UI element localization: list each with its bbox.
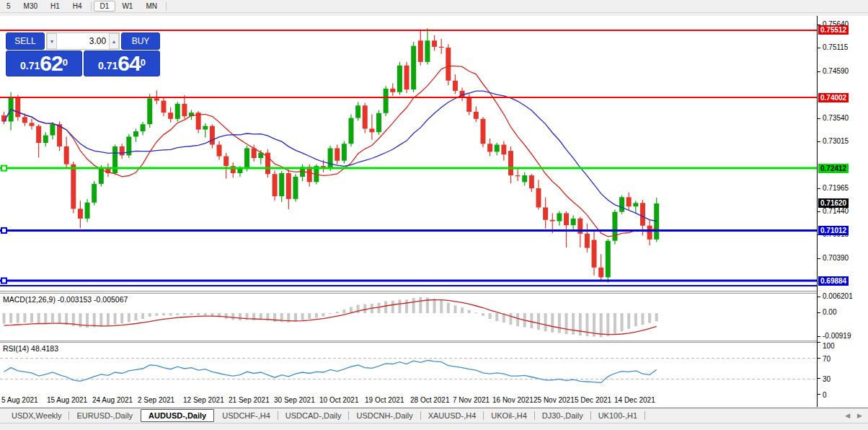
tab-ukoil-h4[interactable]: UKOil-,H4 <box>484 410 534 421</box>
date-label: 21 Sep 2021 <box>229 396 270 404</box>
macd-tick-label: 0.006201 <box>823 292 853 300</box>
sell-price-point: 0 <box>63 51 68 74</box>
tab-usdx-weekly[interactable]: USDX,Weekly <box>4 410 68 421</box>
macd-tick-label: -0.00919 <box>823 332 851 340</box>
timeframe-button-mn[interactable]: MN <box>139 1 164 12</box>
tab-dj30-daily[interactable]: DJ30-,Daily <box>535 410 590 421</box>
volume-input[interactable] <box>57 33 109 49</box>
rsi-tick-label: 70 <box>823 355 831 363</box>
date-label: 10 Oct 2021 <box>319 396 358 404</box>
rsi-label: RSI(14) 48.4183 <box>3 344 58 353</box>
chart-tab-bar: USDX,WeeklyEURUSD-,DailyAUDUSD-,DailyUSD… <box>0 408 868 423</box>
price-badge: 0.75512 <box>818 25 849 35</box>
rsi-tick-dash <box>818 358 820 359</box>
tab-usdcnh-daily[interactable]: USDCNH-,Daily <box>349 410 420 421</box>
price-tick-label: 0.71440 <box>823 207 849 215</box>
rsi-tick-label: 0 <box>823 391 827 399</box>
volume-increase-button[interactable]: ▲ <box>109 33 119 49</box>
price-badge: 0.71620 <box>818 198 849 208</box>
date-label: 5 Aug 2021 <box>1 396 38 404</box>
price-tick-dash <box>818 118 820 119</box>
price-tick-dash <box>818 48 820 48</box>
tab-usdcad-daily[interactable]: USDCAD-,Daily <box>278 410 349 421</box>
date-label: 28 Oct 2021 <box>410 396 449 404</box>
macd-tick-dash <box>818 336 820 337</box>
date-label: 12 Sep 2021 <box>183 396 224 404</box>
timeframe-button-h1[interactable]: H1 <box>44 1 66 12</box>
tab-uk100-h1[interactable]: UK100-,H1 <box>591 410 645 421</box>
tab-scroll-left-icon[interactable]: ◀ <box>845 412 850 419</box>
volume-decrease-button[interactable]: ▼ <box>47 33 57 49</box>
rsi-tick-dash <box>818 342 820 343</box>
rsi-tick-label: 100 <box>823 342 835 350</box>
date-label: 19 Oct 2021 <box>365 396 404 404</box>
tab-scroll-right-icon[interactable]: ▶ <box>857 412 862 419</box>
sell-button[interactable]: SELL <box>6 32 45 50</box>
date-label: 5 Dec 2021 <box>575 396 611 404</box>
price-tick-dash <box>818 71 820 72</box>
trading-terminal-window: 5M30H1H4D1W1MN ▲ AUDUSD-,Daily 0.71653 0… <box>0 0 868 430</box>
tab-eurusd-daily[interactable]: EURUSD-,Daily <box>69 410 140 421</box>
tab-separator <box>645 411 645 420</box>
tab-scroll-arrows: ◀▶ <box>845 412 868 419</box>
price-axis[interactable]: 0.756400.751150.745900.735400.730150.719… <box>817 16 868 407</box>
price-tick-label: 0.73015 <box>823 137 849 145</box>
macd-label: MACD(12,26,9) -0.003153 -0.005067 <box>3 295 128 304</box>
price-tick-label: 0.70390 <box>823 254 849 262</box>
macd-tick-label: 0.00 <box>823 308 836 316</box>
rsi-indicator-pane[interactable]: RSI(14) 48.4183 <box>0 342 817 395</box>
rsi-tick-label: 30 <box>823 375 831 383</box>
macd-tick-dash <box>818 312 820 313</box>
rsi-chart[interactable] <box>0 343 817 395</box>
timeframe-button-d1[interactable]: D1 <box>94 1 116 12</box>
tab-audusd-daily[interactable]: AUDUSD-,Daily <box>141 409 214 422</box>
toolbar-separator <box>166 2 167 11</box>
price-tick-label: 0.73540 <box>823 114 849 122</box>
price-badge: 0.71012 <box>818 226 849 235</box>
sell-price-base: 0.71 <box>20 57 40 74</box>
buy-price-pips: 64 <box>118 53 140 74</box>
date-label: 2 Sep 2021 <box>138 396 174 404</box>
tab-usdchf-h4[interactable]: USDCHF-,H4 <box>215 410 278 421</box>
status-strip <box>0 423 868 430</box>
timeframe-button-5[interactable]: 5 <box>0 1 17 12</box>
date-label: 15 Aug 2021 <box>47 396 87 404</box>
buy-price-point: 0 <box>141 51 146 74</box>
rsi-tick-dash <box>818 394 820 395</box>
price-badge: 0.72412 <box>818 164 849 173</box>
toolbar-separator <box>91 2 92 11</box>
sell-price-pips: 62 <box>40 53 62 74</box>
one-click-trading-panel: SELL ▼ ▲ BUY 0.71 62 0 0.71 64 0 <box>6 32 160 76</box>
buy-price-base: 0.71 <box>98 57 118 74</box>
buy-button[interactable]: BUY <box>121 32 160 50</box>
price-tick-label: 0.74590 <box>823 67 849 75</box>
price-tick-dash <box>818 141 820 142</box>
price-tick-label: 0.75115 <box>823 43 848 51</box>
date-label: 14 Dec 2021 <box>614 396 655 404</box>
timeframe-button-m30[interactable]: M30 <box>17 1 44 12</box>
macd-tick-dash <box>818 297 820 297</box>
macd-indicator-pane[interactable]: MACD(12,26,9) -0.003153 -0.005067 <box>0 293 817 341</box>
price-tick-dash <box>818 188 820 189</box>
tab-xauusd-h4[interactable]: XAUUSD-,H4 <box>421 410 484 421</box>
price-tick-dash <box>818 211 820 212</box>
date-label: 7 Nov 2021 <box>453 396 490 404</box>
timeframe-button-h4[interactable]: H4 <box>66 1 89 12</box>
sell-price-quote[interactable]: 0.71 62 0 <box>6 51 82 76</box>
price-tick-dash <box>818 258 820 259</box>
date-label: 25 Nov 2021 <box>533 396 575 404</box>
date-label: 16 Nov 2021 <box>492 396 533 404</box>
date-label: 30 Sep 2021 <box>274 396 315 404</box>
time-axis[interactable]: 5 Aug 202115 Aug 202124 Aug 20212 Sep 20… <box>0 395 817 407</box>
timeframe-button-w1[interactable]: W1 <box>115 1 139 12</box>
timeframe-toolbar: 5M30H1H4D1W1MN <box>0 0 868 13</box>
price-badge: 0.74002 <box>818 93 849 102</box>
rsi-tick-dash <box>818 378 820 379</box>
volume-stepper: ▼ ▲ <box>46 32 120 50</box>
date-label: 24 Aug 2021 <box>92 396 133 404</box>
buy-price-quote[interactable]: 0.71 64 0 <box>84 51 160 76</box>
price-tick-label: 0.71965 <box>823 184 849 192</box>
price-badge: 0.69884 <box>818 276 849 286</box>
